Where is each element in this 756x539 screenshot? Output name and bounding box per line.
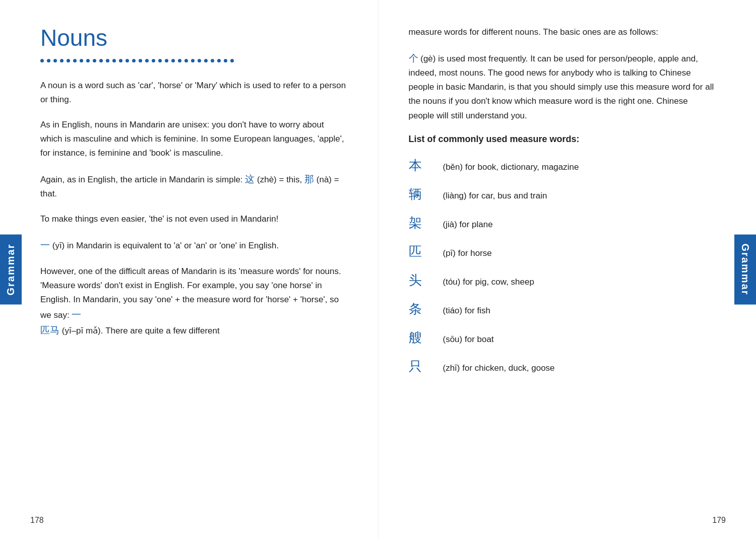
left-page: Nouns A noun is a word such as 'car', 'h… [0,0,379,539]
paragraph-2: As in English, nouns in Mandarin are uni… [40,118,348,160]
page-title: Nouns [40,25,348,51]
zh-ge: 个 [409,53,418,63]
measure-item-5: 条 (tiáo) for fish [409,299,716,319]
zh-zhe: 这 [245,174,255,184]
right-page: measure words for different nouns. The b… [379,0,757,539]
measure-zh-3: 匹 [409,242,434,261]
dot-separator [40,59,348,62]
measure-item-7: 只 (zhī) for chicken, duck, goose [409,357,716,376]
measure-desc-3: (pī) for horse [443,247,492,260]
measure-word-list: 本 (běn) for book, dictionary, magazine 辆… [409,156,716,376]
measure-desc-2: (jià) for plane [443,218,493,231]
paragraph-measure: However, one of the difficult areas of M… [40,264,348,339]
zh-na: 那 [304,174,314,184]
article-text-middle: (zhè) = this, [255,175,304,184]
measure-item-3: 匹 (pī) for horse [409,242,716,261]
measure-zh-1: 辆 [409,184,434,204]
left-grammar-tab: Grammar [0,235,22,305]
measure-item-2: 架 (jià) for plane [409,213,716,233]
zh-pima: 匹马 [40,325,59,335]
measure-desc-1: (liàng) for car, bus and train [443,189,547,203]
zh-yi: 一 [40,240,50,250]
measure-item-0: 本 (běn) for book, dictionary, magazine [409,156,716,175]
zh-yi-2: 一 [72,309,81,320]
ge-text: (gè) is used most frequently. It can be … [409,54,714,120]
continued-text: measure words for different nouns. The b… [409,25,716,39]
measure-desc-0: (běn) for book, dictionary, magazine [443,161,579,174]
paragraph-the: To make things even easier, 'the' is not… [40,212,348,226]
measure-zh-0: 本 [409,156,434,175]
measure-desc-7: (zhī) for chicken, duck, goose [443,362,555,375]
paragraph-article: Again, as in English, the article in Man… [40,171,348,201]
measure-desc-4: (tóu) for pig, cow, sheep [443,276,534,289]
right-grammar-tab: Grammar [734,235,756,305]
measure-zh-4: 头 [409,271,434,290]
paragraph-1: A noun is a word such as 'car', 'horse' … [40,79,348,107]
page-number-left: 178 [30,516,44,525]
measure-zh-2: 架 [409,213,434,233]
paragraph-yi: 一 (yī) in Mandarin is equivalent to 'a' … [40,237,348,253]
measure-zh-6: 艘 [409,328,434,348]
page-number-right: 179 [712,516,726,525]
measure-item-1: 辆 (liàng) for car, bus and train [409,184,716,204]
book-spread: Grammar Nouns A noun is a word such as '… [0,0,756,539]
ge-section: 个 (gè) is used most frequently. It can b… [409,50,716,123]
list-heading: List of commonly used measure words: [409,134,716,145]
measure-desc-6: (sōu) for boat [443,333,494,346]
measure-item-4: 头 (tóu) for pig, cow, sheep [409,271,716,290]
measure-desc-5: (tiáo) for fish [443,304,490,317]
measure-zh-5: 条 [409,299,434,319]
measure-item-6: 艘 (sōu) for boat [409,328,716,348]
measure-zh-7: 只 [409,357,434,376]
article-text-before: Again, as in English, the article in Man… [40,175,245,184]
